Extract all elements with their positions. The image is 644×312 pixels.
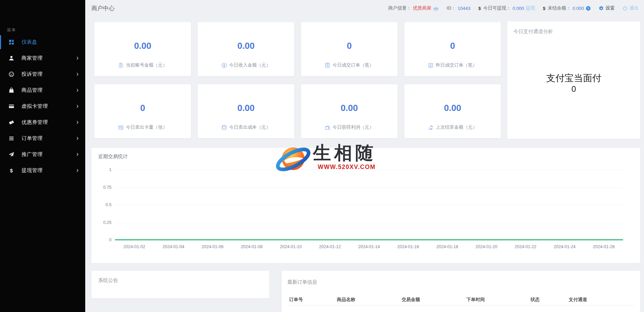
announcement-panel: 系统公告 [91, 271, 269, 298]
chart-gridline [115, 223, 623, 223]
chart-x-tick: 2024-01-22 [515, 244, 537, 249]
chart-series-line [115, 239, 623, 240]
stat-card: 0.00上次结算金额（元） [404, 84, 501, 138]
yesterday-list-icon [428, 62, 434, 68]
sidebar-item-virtual-card[interactable]: 虚拟卡管理 [0, 98, 85, 114]
chevron-right-icon [76, 88, 79, 92]
logout-label: 退出 [629, 5, 639, 11]
logout-button[interactable]: 退出 [623, 5, 639, 11]
chart-y-tick: 0.75 [95, 185, 111, 190]
chart-title: 近期交易统计 [98, 153, 128, 160]
sidebar-item-withdraw-dollar[interactable]: $提现管理 [0, 162, 85, 179]
stat-value: 0.00 [404, 103, 501, 113]
promotion-plane-icon [9, 152, 14, 157]
chart-x-tick: 2024-01-26 [593, 244, 615, 249]
withdrawable-label: 今日可提现： [483, 5, 511, 11]
sidebar-item-order-list[interactable]: 订单管理 [0, 130, 85, 146]
sidebar-item-label: 商品管理 [21, 87, 43, 94]
stat-label: 今日收入金额（元） [229, 62, 271, 68]
merchant-id-group: ID： 10443 [447, 5, 470, 11]
sidebar-item-dashboard[interactable]: 仪表盘 [0, 34, 85, 50]
reputation-value: 优质商家 [413, 5, 431, 11]
chart-x-tick: 2024-01-04 [163, 244, 184, 249]
stat-label: 今日成交订单（笔） [332, 62, 374, 68]
channel-chart-placeholder: 支付宝当面付 0 [507, 73, 640, 95]
power-icon [623, 6, 628, 11]
chart-x-tick: 2024-01-16 [397, 244, 419, 249]
svg-text:$: $ [10, 168, 13, 173]
stat-label-row: 上次结算金额（元） [404, 124, 501, 130]
stat-label-row: 今日获得利润（元） [301, 124, 398, 130]
stat-card: 0.00今日收入金额（元） [198, 22, 294, 76]
stat-label-row: 当前账号金额（元） [94, 62, 191, 68]
withdraw-dollar-icon: $ [9, 168, 14, 173]
sidebar-item-promotion-plane[interactable]: 推广管理 [0, 146, 85, 162]
sidebar-item-merchant-user[interactable]: 商家管理 [0, 50, 85, 66]
chart-x-tick: 2024-01-02 [123, 244, 145, 249]
stat-value: 0.00 [94, 41, 191, 51]
gear-icon [599, 6, 604, 11]
sidebar-item-label: 优惠券管理 [21, 119, 48, 126]
chevron-right-icon [76, 169, 79, 172]
sidebar-item-label: 商家管理 [21, 55, 43, 61]
dashboard-icon [9, 39, 14, 45]
stat-value: 0 [94, 103, 191, 113]
sidebar-item-product-bag[interactable]: 商品管理 [0, 82, 85, 98]
deal-doc-icon [325, 62, 330, 68]
chart-y-tick: 0.25 [95, 220, 111, 225]
help-icon[interactable]: ? [586, 6, 591, 11]
orders-column-header: 订单号 [289, 297, 303, 303]
sidebar-item-label: 虚拟卡管理 [21, 103, 48, 110]
stat-card: 0今日卖出卡量（张） [94, 84, 191, 138]
crown-icon [433, 6, 439, 11]
stat-label: 今日卖出成本（元） [229, 124, 271, 130]
stat-label-row: 今日卖出卡量（张） [94, 124, 191, 130]
stat-card: 0.00今日卖出成本（元） [198, 84, 294, 138]
orders-column-header: 支付通道 [569, 297, 587, 303]
sidebar-item-label: 仪表盘 [21, 39, 38, 45]
orders-column-header: 下单时间 [466, 297, 485, 303]
unsettled-group: $ 未结余额： 0.000 ? [543, 5, 591, 11]
orders-column-header: 交易金额 [402, 297, 420, 303]
page-title: 商户中心 [91, 4, 115, 12]
transactions-chart-panel: 近期交易统计 10.750.50.2502024-01-022024-01-04… [91, 148, 640, 263]
sidebar: 菜单 仪表盘商家管理投诉管理商品管理虚拟卡管理优惠券管理订单管理推广管理$提现管… [0, 0, 85, 312]
stat-label-row: 今日成交订单（笔） [301, 62, 398, 68]
chevron-right-icon [76, 137, 79, 140]
money-bag-icon [118, 62, 124, 68]
chart-x-tick: 2024-01-18 [436, 244, 458, 249]
sidebar-item-label: 提现管理 [21, 167, 43, 174]
cost-database-icon [221, 125, 227, 130]
latest-orders-panel: 最新订单信息 订单号商品名称交易金额下单时间状态支付通道 [282, 271, 640, 312]
orders-column-header: 状态 [530, 297, 540, 303]
chart-x-tick: 2024-01-06 [202, 244, 224, 249]
orders-column-header: 商品名称 [337, 297, 355, 303]
stat-value: 0 [301, 41, 398, 51]
chart-gridline [115, 187, 623, 188]
merchant-id-value: 10443 [458, 6, 470, 11]
settings-label: 设置 [605, 5, 615, 11]
sidebar-item-coupon-ticket[interactable]: 优惠券管理 [0, 114, 85, 130]
stat-value: 0.00 [198, 41, 294, 51]
announcement-title: 系统公告 [98, 277, 118, 284]
chart-x-tick: 2024-01-08 [241, 244, 263, 249]
chevron-right-icon [76, 56, 79, 60]
chart-y-tick: 0.5 [95, 202, 111, 207]
coupon-ticket-icon [9, 119, 14, 125]
withdrawable-value: 0.000 [512, 6, 524, 11]
chart-x-tick: 2024-01-14 [358, 244, 380, 249]
line-chart: 10.750.50.2502024-01-022024-01-042024-01… [115, 170, 623, 240]
svg-text:?: ? [587, 6, 589, 10]
withdrawable-group: $ 今日可提现： 0.000 提现 [478, 5, 535, 11]
stat-value: 0 [404, 41, 501, 51]
topbar-right: 商户信誉： 优质商家 ID： 10443 $ 今日可提现： 0.000 提现 $… [380, 5, 639, 11]
chart-y-tick: 1 [95, 167, 111, 172]
merchant-user-icon [9, 55, 14, 61]
stat-card: 0.00当前账号金额（元） [94, 22, 191, 76]
channel-value: 0 [507, 84, 640, 95]
yen-coin-icon [221, 62, 227, 68]
product-bag-icon [9, 87, 14, 93]
settings-button[interactable]: 设置 [599, 5, 615, 11]
sidebar-item-complaint-face[interactable]: 投诉管理 [0, 66, 85, 82]
withdraw-link[interactable]: 提现 [526, 5, 535, 11]
